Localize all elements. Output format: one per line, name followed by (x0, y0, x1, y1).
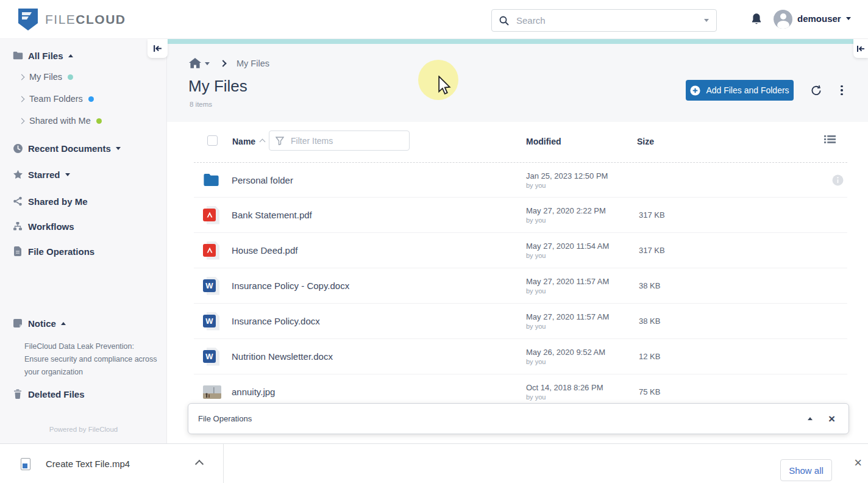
chevron-right-icon (19, 74, 25, 80)
breadcrumb-caret-icon[interactable] (205, 62, 210, 65)
file-operations-title: File Operations (198, 414, 808, 423)
file-list: Personal folder Jan 25, 2023 12:50 PMby … (194, 162, 847, 410)
download-item[interactable]: Create Text File.mp4 (21, 444, 130, 483)
column-header-size[interactable]: Size (637, 137, 654, 146)
sidebar-item-shared-by-me[interactable]: Shared by Me (12, 194, 88, 209)
top-bar: FILECLOUD demouser (0, 0, 868, 39)
document-icon (12, 246, 23, 257)
more-options-kebab-icon[interactable] (838, 84, 845, 96)
image-thumbnail (203, 385, 221, 399)
table-header: Name Modified Size (167, 122, 868, 162)
filter-items-input[interactable] (291, 136, 403, 146)
folder-icon (12, 50, 23, 61)
sidebar-item-recent-documents[interactable]: Recent Documents (12, 141, 121, 156)
powered-by-label: Powered by FileCloud (0, 426, 167, 433)
refresh-icon[interactable] (810, 84, 822, 96)
table-row-nutrition-newsletter[interactable]: W Nutrition Newsletter.docx May 26, 2020… (194, 339, 847, 374)
download-file-name: Create Text File.mp4 (46, 459, 130, 469)
sort-ascending-icon[interactable] (260, 139, 266, 145)
sidebar-item-starred[interactable]: Starred (12, 167, 70, 182)
table-row-house-deed[interactable]: House Deed.pdf May 27, 2020 11:54 AMby y… (194, 233, 847, 268)
sidebar: All Files My Files Team Folders Shared w… (0, 39, 167, 443)
notice-text: FileCloud Data Leak Prevention: Ensure s… (24, 340, 157, 379)
word-file-icon: W (203, 277, 219, 295)
collapse-panel-icon[interactable] (808, 417, 813, 420)
status-dot-teal (68, 74, 73, 80)
trash-icon (12, 388, 23, 399)
list-view-icon[interactable] (824, 135, 836, 144)
show-all-button[interactable]: Show all (780, 459, 832, 481)
workflow-icon (12, 221, 23, 232)
table-row-personal-folder[interactable]: Personal folder Jan 25, 2023 12:50 PMby … (194, 162, 847, 198)
breadcrumb-chevron-icon (219, 60, 226, 66)
user-avatar[interactable] (774, 10, 792, 29)
column-header-modified[interactable]: Modified (526, 137, 561, 146)
plus-circle-icon (690, 85, 700, 96)
sidebar-item-deleted-files[interactable]: Deleted Files (12, 387, 85, 401)
caret-down-icon (65, 173, 70, 176)
sidebar-item-team-folders[interactable]: Team Folders (20, 91, 94, 106)
status-dot-blue (88, 96, 94, 102)
search-box[interactable] (491, 9, 717, 32)
star-icon (12, 169, 23, 180)
word-file-icon: W (203, 348, 219, 366)
clock-icon (12, 143, 23, 154)
word-file-icon: W (203, 312, 219, 331)
search-dropdown-caret-icon[interactable] (704, 19, 709, 22)
share-icon (12, 196, 23, 207)
file-operations-panel[interactable]: File Operations × (188, 403, 849, 434)
filecloud-shield-icon (17, 8, 39, 31)
download-chevron-up-icon[interactable] (195, 460, 204, 468)
main-content: My Files My Files 8 items Add Files and … (167, 39, 868, 443)
notifications-bell-icon[interactable] (751, 13, 762, 25)
filecloud-app: FILECLOUD demouser All Files My Files (0, 0, 868, 483)
breadcrumb: My Files (189, 57, 269, 70)
table-row-bank-statement[interactable]: Bank Statement.pdf May 27, 2020 2:22 PMb… (194, 198, 847, 233)
filter-funnel-icon (276, 137, 284, 145)
caret-up-icon (68, 54, 73, 57)
sidebar-section-notice[interactable]: Notice (12, 316, 66, 331)
sidebar-collapse-button[interactable] (148, 39, 168, 58)
filecloud-logo[interactable]: FILECLOUD (17, 8, 126, 31)
chevron-right-icon (19, 118, 25, 124)
sidebar-item-shared-with-me[interactable]: Shared with Me (20, 113, 102, 128)
mouse-cursor (435, 76, 452, 96)
table-row-insurance-policy[interactable]: W Insurance Policy.docx May 27, 2020 11:… (194, 304, 847, 339)
page-title: My Files (188, 77, 247, 96)
sidebar-item-workflows[interactable]: Workflows (12, 219, 74, 234)
divider (223, 444, 224, 483)
pdf-file-icon (203, 242, 219, 260)
select-all-checkbox[interactable] (207, 135, 218, 146)
collapse-left-icon (856, 45, 865, 52)
logo-text: FILECLOUD (45, 12, 126, 27)
sidebar-item-my-files[interactable]: My Files (20, 70, 73, 84)
table-row-insurance-policy-copy[interactable]: W Insurance Policy - Copy.docx May 27, 2… (194, 268, 847, 304)
home-icon[interactable] (189, 58, 201, 69)
search-input[interactable] (516, 15, 704, 26)
status-dot-green (96, 118, 102, 124)
pdf-file-icon (203, 206, 219, 224)
panel-collapse-button-right[interactable] (853, 39, 868, 58)
caret-down-icon (116, 147, 121, 150)
search-icon (499, 16, 509, 26)
username-label[interactable]: demouser (797, 13, 841, 24)
sidebar-item-file-operations[interactable]: File Operations (12, 244, 94, 259)
accent-strip (167, 39, 855, 44)
column-header-name[interactable]: Name (232, 137, 255, 146)
collapse-left-icon (153, 45, 162, 52)
filter-box[interactable] (269, 131, 410, 151)
caret-up-icon (61, 322, 66, 325)
download-bar-close-icon[interactable]: × (854, 456, 862, 470)
add-files-and-folders-button[interactable]: Add Files and Folders (686, 80, 794, 101)
info-icon[interactable] (832, 174, 844, 186)
breadcrumb-current[interactable]: My Files (237, 59, 269, 68)
close-icon[interactable]: × (828, 413, 835, 424)
download-bar: Create Text File.mp4 Show all × (0, 443, 868, 483)
folder-icon (203, 173, 219, 187)
item-count: 8 items (190, 101, 212, 108)
note-icon (12, 318, 23, 329)
user-menu-caret-icon[interactable] (846, 17, 851, 20)
sidebar-item-all-files[interactable]: All Files (12, 48, 73, 63)
chevron-right-icon (19, 96, 25, 102)
media-file-icon (21, 458, 30, 470)
